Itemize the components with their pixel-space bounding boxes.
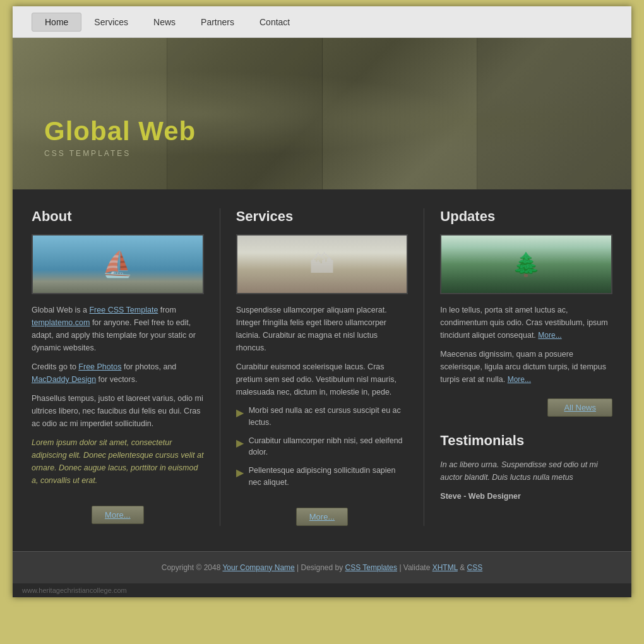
forest-image [441,236,611,293]
updates-more-link-1[interactable]: More... [538,331,561,340]
about-italic: Lorem ipsum dolor sit amet, consectetur … [32,436,204,487]
about-more-button[interactable]: More... [92,506,143,524]
header-col-3 [323,38,477,189]
updates-more-link-2[interactable]: More... [508,375,531,384]
footer-xhtml-link[interactable]: XHTML [432,563,458,572]
about-p1: Global Web is a Free CSS Template from t… [32,304,204,354]
divider-2 [424,208,424,526]
services-p1: Suspendisse ullamcorper aliquam placerat… [236,304,408,354]
boat-image [33,236,203,293]
site-title-plain: Global [44,116,138,146]
updates-p1: In leo tellus, porta sit amet luctus ac,… [440,304,612,342]
all-news-button[interactable]: All News [547,398,612,417]
main-content: About Global Web is a Free CSS Template … [13,189,631,551]
services-image [236,234,408,294]
bullet-icon-3: ▶ [236,465,244,480]
free-css-link[interactable]: Free CSS Template [89,306,158,314]
site-subtitle: CSS Templates [44,149,196,158]
testimonial-quote: In ac libero urna. Suspendisse sed odio … [440,458,612,484]
about-image [32,234,204,294]
about-p3: Phasellus tempus, justo et laoreet variu… [32,392,204,430]
about-heading: About [32,208,204,225]
divider-1 [220,208,220,526]
bullet-icon-2: ▶ [236,436,244,451]
free-photos-link[interactable]: Free Photos [78,362,121,371]
services-bullets: ▶ Morbi sed nulla ac est cursus suscipit… [236,405,408,489]
updates-image [440,234,612,294]
footer-css-link[interactable]: CSS Templates [345,563,397,572]
header-text: Global Web CSS Templates [44,116,196,158]
header-col-1 [13,38,167,189]
nav-news[interactable]: News [141,13,188,31]
services-more-button[interactable]: More... [296,508,348,526]
services-column: Services Suspendisse ullamcorper aliquam… [236,208,408,526]
nav-home[interactable]: Home [32,13,81,32]
updates-p2: Maecenas dignissim, quam a posuere scele… [440,348,612,386]
bullet-item-1: ▶ Morbi sed nulla ac est cursus suscipit… [236,405,408,429]
nav-partners[interactable]: Partners [188,13,247,31]
page-wrapper: Home Services News Partners Contact Glob… [13,6,631,597]
snow-image [237,236,407,293]
site-title: Global Web [44,116,196,146]
footer-amp: & [458,563,467,572]
services-p2: Curabitur euismod scelerisque lacus. Cra… [236,361,408,398]
bullet-icon-1: ▶ [236,405,244,420]
footer: Copyright © 2048 Your Company Name | Des… [13,551,631,583]
about-column: About Global Web is a Free CSS Template … [32,208,204,526]
all-news-container: All News [440,392,612,417]
about-more-container: More... [32,496,204,524]
footer-company-link[interactable]: Your Company Name [222,563,294,572]
bullet-item-2: ▶ Curabitur ullamcorper nibh nisi, sed e… [236,435,408,459]
updates-heading: Updates [440,208,612,225]
services-heading: Services [236,208,408,225]
about-p2: Credits go to Free Photos for photos, an… [32,361,204,386]
footer-url: www.heritagechristiancollege.com [22,587,127,594]
updates-column: Updates In leo tellus, porta sit amet lu… [440,208,612,526]
nav-services[interactable]: Services [81,13,141,31]
testimonial-author: Steve - Web Designer [440,490,612,503]
footer-css-link2[interactable]: CSS [467,563,483,572]
bullet-item-3: ▶ Pellentesque adipiscing sollicitudin s… [236,465,408,489]
site-title-accent: Web [138,116,196,146]
nav-bar: Home Services News Partners Contact [13,6,631,38]
header-col-4 [477,38,631,189]
footer-copyright: Copyright © 2048 [162,563,223,572]
nav-contact[interactable]: Contact [247,13,302,31]
testimonials-heading: Testimonials [440,432,612,449]
footer-validate: | Validate [397,563,432,572]
header-banner: Global Web CSS Templates [13,38,631,189]
header-col-2 [167,38,322,189]
header-columns [13,38,631,189]
services-more-container: More... [236,498,408,526]
templatemo-link[interactable]: templatemo.com [32,318,90,327]
footer-bottom: www.heritagechristiancollege.com [13,583,631,597]
footer-designed: | Designed by [295,563,345,572]
macdaddy-link[interactable]: MacDaddy Design [32,375,96,384]
testimonials-section: Testimonials In ac libero urna. Suspendi… [440,432,612,503]
